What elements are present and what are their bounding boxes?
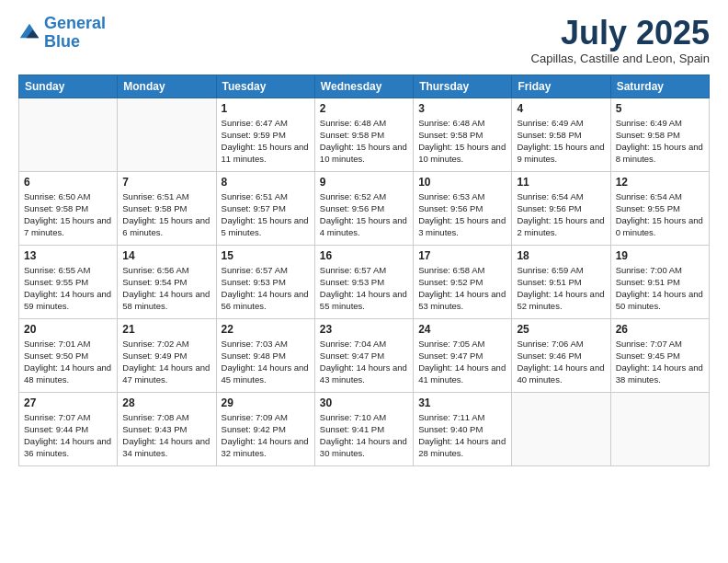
week-row: 20Sunrise: 7:01 AM Sunset: 9:50 PM Dayli… [19, 318, 710, 392]
calendar: SundayMondayTuesdayWednesdayThursdayFrid… [18, 75, 710, 466]
day-number: 6 [24, 176, 112, 189]
calendar-cell: 4Sunrise: 6:49 AM Sunset: 9:58 PM Daylig… [512, 98, 610, 171]
calendar-cell: 21Sunrise: 7:02 AM Sunset: 9:49 PM Dayli… [118, 318, 216, 392]
day-info: Sunrise: 7:00 AM Sunset: 9:51 PM Dayligh… [616, 264, 704, 313]
day-info: Sunrise: 6:49 AM Sunset: 9:58 PM Dayligh… [616, 117, 704, 166]
day-number: 20 [24, 323, 112, 336]
day-info: Sunrise: 6:47 AM Sunset: 9:59 PM Dayligh… [222, 117, 310, 166]
day-number: 3 [418, 102, 506, 115]
day-number: 10 [418, 176, 506, 189]
day-number: 13 [24, 249, 112, 262]
calendar-cell: 6Sunrise: 6:50 AM Sunset: 9:58 PM Daylig… [19, 171, 118, 245]
calendar-cell: 5Sunrise: 6:49 AM Sunset: 9:58 PM Daylig… [610, 98, 709, 171]
day-number: 14 [122, 249, 210, 262]
calendar-cell: 16Sunrise: 6:57 AM Sunset: 9:53 PM Dayli… [314, 245, 413, 318]
day-number: 15 [222, 249, 310, 262]
calendar-cell: 18Sunrise: 6:59 AM Sunset: 9:51 PM Dayli… [512, 245, 610, 318]
week-row: 13Sunrise: 6:55 AM Sunset: 9:55 PM Dayli… [19, 245, 710, 318]
calendar-cell: 10Sunrise: 6:53 AM Sunset: 9:56 PM Dayli… [414, 171, 512, 245]
calendar-cell: 1Sunrise: 6:47 AM Sunset: 9:59 PM Daylig… [216, 98, 314, 171]
day-info: Sunrise: 6:54 AM Sunset: 9:56 PM Dayligh… [517, 190, 605, 239]
day-info: Sunrise: 6:55 AM Sunset: 9:55 PM Dayligh… [24, 264, 112, 313]
day-number: 5 [616, 102, 704, 115]
calendar-cell: 24Sunrise: 7:05 AM Sunset: 9:47 PM Dayli… [414, 318, 512, 392]
calendar-cell: 15Sunrise: 6:57 AM Sunset: 9:53 PM Dayli… [216, 245, 314, 318]
day-number: 1 [222, 102, 310, 115]
calendar-cell: 30Sunrise: 7:10 AM Sunset: 9:41 PM Dayli… [314, 392, 413, 465]
day-number: 2 [320, 102, 408, 115]
day-number: 24 [418, 323, 506, 336]
weekday-header: Saturday [610, 75, 709, 98]
day-info: Sunrise: 6:59 AM Sunset: 9:51 PM Dayligh… [517, 264, 605, 313]
calendar-cell: 17Sunrise: 6:58 AM Sunset: 9:52 PM Dayli… [414, 245, 512, 318]
day-info: Sunrise: 7:05 AM Sunset: 9:47 PM Dayligh… [418, 338, 506, 386]
month-title: July 2025 [531, 15, 710, 52]
day-number: 22 [222, 323, 310, 336]
day-number: 21 [122, 323, 210, 336]
calendar-cell: 23Sunrise: 7:04 AM Sunset: 9:47 PM Dayli… [314, 318, 413, 392]
calendar-cell: 9Sunrise: 6:52 AM Sunset: 9:56 PM Daylig… [314, 171, 413, 245]
day-info: Sunrise: 6:52 AM Sunset: 9:56 PM Dayligh… [320, 190, 408, 239]
day-info: Sunrise: 6:48 AM Sunset: 9:58 PM Dayligh… [320, 117, 408, 166]
day-number: 25 [517, 323, 605, 336]
day-info: Sunrise: 6:49 AM Sunset: 9:58 PM Dayligh… [517, 117, 605, 166]
day-number: 31 [418, 396, 506, 409]
week-row: 1Sunrise: 6:47 AM Sunset: 9:59 PM Daylig… [19, 98, 710, 171]
calendar-cell [19, 98, 118, 171]
calendar-cell [512, 392, 610, 465]
calendar-cell: 11Sunrise: 6:54 AM Sunset: 9:56 PM Dayli… [512, 171, 610, 245]
weekday-header: Tuesday [216, 75, 314, 98]
day-info: Sunrise: 7:04 AM Sunset: 9:47 PM Dayligh… [320, 338, 408, 386]
day-info: Sunrise: 6:48 AM Sunset: 9:58 PM Dayligh… [418, 117, 506, 166]
calendar-cell: 29Sunrise: 7:09 AM Sunset: 9:42 PM Dayli… [216, 392, 314, 465]
day-info: Sunrise: 7:11 AM Sunset: 9:40 PM Dayligh… [418, 411, 506, 460]
day-number: 17 [418, 249, 506, 262]
day-number: 29 [222, 396, 310, 409]
logo-line2: Blue [44, 32, 80, 51]
day-info: Sunrise: 7:09 AM Sunset: 9:42 PM Dayligh… [222, 411, 310, 460]
day-info: Sunrise: 7:07 AM Sunset: 9:44 PM Dayligh… [24, 411, 112, 460]
day-number: 18 [517, 249, 605, 262]
calendar-cell: 2Sunrise: 6:48 AM Sunset: 9:58 PM Daylig… [314, 98, 413, 171]
day-number: 4 [517, 102, 605, 115]
calendar-cell: 3Sunrise: 6:48 AM Sunset: 9:58 PM Daylig… [414, 98, 512, 171]
day-info: Sunrise: 7:03 AM Sunset: 9:48 PM Dayligh… [222, 338, 310, 386]
header: General Blue July 2025 Capillas, Castill… [18, 15, 710, 65]
week-row: 27Sunrise: 7:07 AM Sunset: 9:44 PM Dayli… [19, 392, 710, 465]
title-block: July 2025 Capillas, Castille and Leon, S… [531, 15, 710, 65]
calendar-cell: 14Sunrise: 6:56 AM Sunset: 9:54 PM Dayli… [118, 245, 216, 318]
day-info: Sunrise: 7:07 AM Sunset: 9:45 PM Dayligh… [616, 338, 704, 386]
day-info: Sunrise: 7:02 AM Sunset: 9:49 PM Dayligh… [122, 338, 210, 386]
weekday-header: Monday [118, 75, 216, 98]
day-info: Sunrise: 7:06 AM Sunset: 9:46 PM Dayligh… [517, 338, 605, 386]
day-number: 16 [320, 249, 408, 262]
weekday-header: Friday [512, 75, 610, 98]
weekday-header-row: SundayMondayTuesdayWednesdayThursdayFrid… [19, 75, 710, 98]
logo-icon [18, 22, 40, 44]
day-info: Sunrise: 6:56 AM Sunset: 9:54 PM Dayligh… [122, 264, 210, 313]
calendar-cell: 22Sunrise: 7:03 AM Sunset: 9:48 PM Dayli… [216, 318, 314, 392]
day-number: 19 [616, 249, 704, 262]
calendar-cell: 25Sunrise: 7:06 AM Sunset: 9:46 PM Dayli… [512, 318, 610, 392]
day-number: 8 [222, 176, 310, 189]
calendar-cell: 7Sunrise: 6:51 AM Sunset: 9:58 PM Daylig… [118, 171, 216, 245]
week-row: 6Sunrise: 6:50 AM Sunset: 9:58 PM Daylig… [19, 171, 710, 245]
day-info: Sunrise: 6:51 AM Sunset: 9:58 PM Dayligh… [122, 190, 210, 239]
day-info: Sunrise: 7:01 AM Sunset: 9:50 PM Dayligh… [24, 338, 112, 386]
logo: General Blue [18, 15, 106, 52]
day-info: Sunrise: 6:53 AM Sunset: 9:56 PM Dayligh… [418, 190, 506, 239]
calendar-cell: 31Sunrise: 7:11 AM Sunset: 9:40 PM Dayli… [414, 392, 512, 465]
weekday-header: Wednesday [314, 75, 413, 98]
calendar-cell: 19Sunrise: 7:00 AM Sunset: 9:51 PM Dayli… [610, 245, 709, 318]
day-info: Sunrise: 6:50 AM Sunset: 9:58 PM Dayligh… [24, 190, 112, 239]
calendar-cell: 8Sunrise: 6:51 AM Sunset: 9:57 PM Daylig… [216, 171, 314, 245]
day-number: 27 [24, 396, 112, 409]
day-info: Sunrise: 6:57 AM Sunset: 9:53 PM Dayligh… [222, 264, 310, 313]
day-info: Sunrise: 6:54 AM Sunset: 9:55 PM Dayligh… [616, 190, 704, 239]
day-number: 9 [320, 176, 408, 189]
day-info: Sunrise: 7:10 AM Sunset: 9:41 PM Dayligh… [320, 411, 408, 460]
page: General Blue July 2025 Capillas, Castill… [0, 0, 728, 563]
day-info: Sunrise: 6:57 AM Sunset: 9:53 PM Dayligh… [320, 264, 408, 313]
calendar-cell [610, 392, 709, 465]
day-info: Sunrise: 7:08 AM Sunset: 9:43 PM Dayligh… [122, 411, 210, 460]
